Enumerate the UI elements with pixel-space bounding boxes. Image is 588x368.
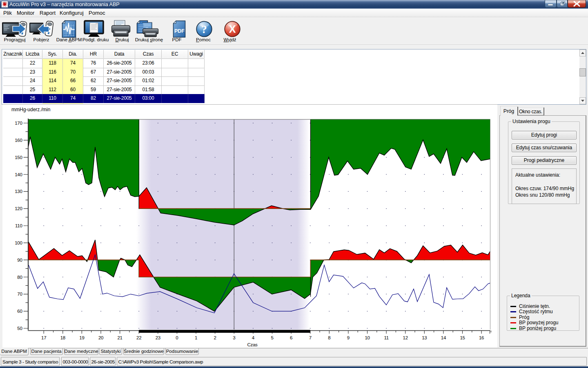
svg-text:0: 0 [176,335,178,340]
svg-text:23: 23 [156,335,160,340]
svg-text:PDF: PDF [174,28,185,34]
svg-text:22: 22 [136,335,141,340]
svg-text:Czas: Czas [247,342,258,347]
svg-text:6: 6 [290,335,292,340]
svg-text:60: 60 [17,309,22,314]
svg-text:170: 170 [15,121,22,126]
svg-text:80: 80 [17,275,22,280]
svg-text:120: 120 [15,206,22,211]
svg-text:4: 4 [252,335,255,340]
svg-text:17: 17 [41,335,46,340]
svg-text:AWP: AWP [3,2,7,4]
svg-text:150: 150 [15,155,22,160]
svg-text:140: 140 [15,172,22,177]
svg-text:13: 13 [422,335,427,340]
svg-text:50: 50 [17,326,22,331]
svg-text:mmHg-uderz./min: mmHg-uderz./min [11,107,50,112]
svg-text:21: 21 [117,335,122,340]
svg-text:160: 160 [15,138,22,143]
svg-text:18: 18 [60,335,65,340]
svg-text:100: 100 [15,240,22,245]
svg-text:9: 9 [347,335,350,340]
svg-text:8: 8 [328,335,330,340]
svg-text:X: X [229,23,236,35]
svg-text:5: 5 [271,335,273,340]
svg-text:1: 1 [195,335,197,340]
svg-text:90: 90 [17,258,22,263]
svg-text:3: 3 [233,335,235,340]
svg-text:?: ? [201,23,207,36]
svg-text:15: 15 [460,335,465,340]
svg-text:110: 110 [15,223,22,228]
svg-text:14: 14 [441,335,446,340]
svg-text:16: 16 [479,335,484,340]
svg-text:2: 2 [214,335,216,340]
svg-text:7: 7 [309,335,312,340]
svg-text:10: 10 [365,335,370,340]
svg-text:12: 12 [403,335,408,340]
svg-text:130: 130 [15,189,22,194]
svg-text:19: 19 [79,335,84,340]
svg-text:20: 20 [98,335,103,340]
svg-text:70: 70 [17,292,22,296]
svg-text:11: 11 [384,335,388,340]
